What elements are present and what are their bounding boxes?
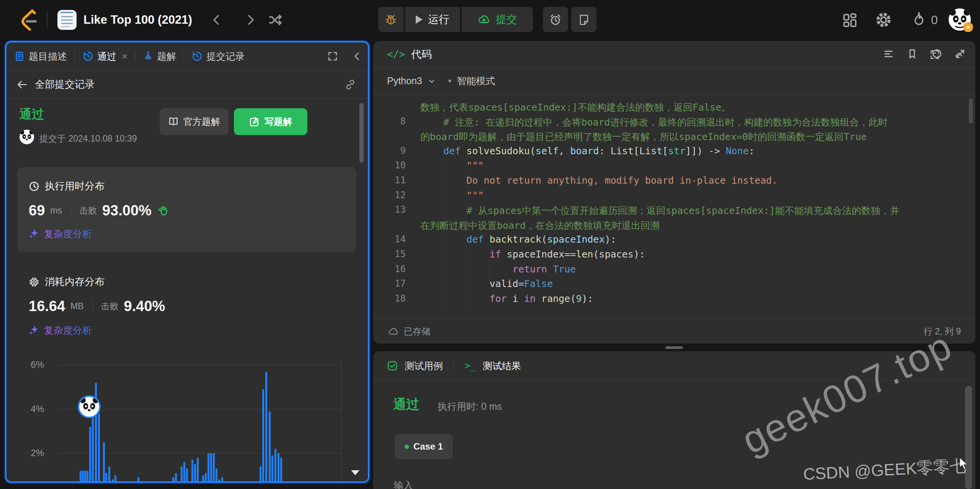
expand-panel-icon[interactable] bbox=[327, 51, 338, 62]
maximize-editor-icon[interactable] bbox=[955, 49, 965, 59]
reset-code-icon[interactable] bbox=[931, 49, 941, 59]
histogram-bar bbox=[216, 468, 217, 481]
tab-label: 通过 bbox=[97, 50, 116, 63]
code-line[interactable]: 数独，代表spaces[spaceIndex:]不能构建合法的数独，返回Fals… bbox=[373, 101, 970, 116]
code-line[interactable]: 14 def backtrack(spaceIndex): bbox=[373, 234, 970, 249]
memory-complexity-link[interactable]: 复杂度分析 bbox=[29, 324, 92, 337]
prev-problem-icon[interactable] bbox=[210, 13, 224, 27]
official-solution-button[interactable]: 官方题解 bbox=[160, 108, 229, 135]
tab-testresult[interactable]: 测试结果 bbox=[483, 360, 521, 372]
code-panel: </> 代码 Python3 • 智能模式 数独，代表spaces[spaceI… bbox=[373, 41, 975, 344]
code-line[interactable]: 10 """ bbox=[373, 160, 970, 175]
terminal-icon: >_ bbox=[465, 360, 476, 371]
histogram-bar bbox=[175, 473, 177, 481]
avatar-badge: ★ bbox=[963, 22, 973, 32]
code-line[interactable]: 15 if spaceIndex==len(spaces): bbox=[373, 249, 970, 264]
layout-grid-icon[interactable] bbox=[842, 12, 858, 28]
tab-testcase[interactable]: 测试用例 bbox=[405, 360, 443, 372]
code-line[interactable]: 12 """ bbox=[373, 190, 970, 205]
next-problem-icon[interactable] bbox=[243, 13, 257, 27]
left-tabbar: 题目描述 通过 × 题解 提交记录 bbox=[7, 42, 368, 70]
histogram-bar bbox=[271, 455, 273, 481]
submit-button[interactable]: 提交 bbox=[462, 7, 533, 32]
histogram-bar bbox=[274, 449, 276, 482]
submission-content: 通过 提交于 2024.10.08 10:39 官方题解 写题解 执行用时分布 … bbox=[7, 98, 368, 481]
problem-list-title[interactable]: Like Top 100 (2021) bbox=[83, 13, 192, 27]
code-panel-title: 代码 bbox=[411, 47, 432, 61]
history-icon bbox=[192, 51, 203, 62]
code-editor[interactable]: 数独，代表spaces[spaceIndex:]不能构建合法的数独，返回Fals… bbox=[373, 101, 970, 308]
histogram-bar bbox=[205, 473, 207, 481]
result-runtime: 执行用时: 0 ms bbox=[438, 400, 502, 413]
streak-flame-icon[interactable] bbox=[910, 11, 926, 28]
collapse-panel-icon[interactable] bbox=[352, 51, 363, 62]
write-solution-button[interactable]: 写题解 bbox=[234, 108, 307, 135]
submission-status: 通过 bbox=[20, 106, 44, 123]
code-line[interactable]: 13 # 从spaces中第一个位置开始遍历回溯；返回spaces[spaceI… bbox=[373, 204, 970, 219]
test-scrollbar-thumb[interactable] bbox=[965, 386, 972, 489]
close-tab-icon[interactable]: × bbox=[122, 51, 127, 62]
chevron-down-icon[interactable] bbox=[428, 77, 436, 85]
shuffle-icon[interactable] bbox=[268, 12, 283, 28]
user-position-marker bbox=[78, 395, 101, 418]
avatar[interactable]: ★ bbox=[949, 8, 971, 31]
code-icon: </> bbox=[387, 49, 405, 60]
tab-solutions[interactable]: 题解 bbox=[143, 50, 176, 63]
runtime-beats: 93.00% bbox=[102, 202, 152, 219]
tab-label: 题目描述 bbox=[29, 50, 67, 63]
submit-label: 提交 bbox=[496, 12, 517, 27]
play-icon bbox=[416, 15, 423, 24]
bookmark-icon[interactable] bbox=[907, 49, 918, 59]
left-scrollbar-thumb[interactable] bbox=[359, 103, 364, 163]
note-button[interactable] bbox=[571, 7, 596, 32]
code-line[interactable]: 8 # 注意: 在递归的过程中，会将board进行修改，最终的回溯退出时，构建的… bbox=[373, 116, 970, 131]
ytick-4: 4% bbox=[18, 404, 44, 414]
code-line[interactable]: 18 for i in range(9): bbox=[373, 293, 970, 308]
run-label: 运行 bbox=[428, 12, 449, 27]
result-status: 通过 bbox=[393, 396, 419, 413]
mouse-cursor bbox=[959, 458, 970, 472]
tab-submissions[interactable]: 提交记录 bbox=[192, 50, 245, 63]
panel-resize-handle[interactable] bbox=[665, 346, 683, 349]
code-scrollbar-thumb[interactable] bbox=[969, 98, 973, 124]
code-line[interactable]: 的board即为题解，由于题目已经声明了数独一定有解，所以spaceIndex=… bbox=[373, 130, 970, 145]
sparkle-icon bbox=[29, 228, 39, 240]
code-line[interactable]: 17 valid=False bbox=[373, 278, 970, 293]
language-selector[interactable]: Python3 bbox=[387, 75, 422, 86]
subheader-title: 全部提交记录 bbox=[35, 78, 95, 91]
histogram-bar bbox=[98, 414, 100, 482]
runtime-value: 69 bbox=[29, 202, 45, 219]
code-line[interactable]: 16 return True bbox=[373, 264, 970, 279]
memory-title: 消耗内存分布 bbox=[45, 275, 105, 289]
debug-button[interactable] bbox=[378, 7, 403, 32]
test-tabbar: 测试用例 >_ 测试结果 bbox=[373, 351, 975, 381]
run-button[interactable]: 运行 bbox=[405, 7, 460, 32]
case-1-button[interactable]: Case 1 bbox=[395, 434, 453, 459]
problem-list-icon[interactable] bbox=[57, 10, 77, 30]
topbar: Like Top 100 (2021) 运行 提交 0 ★ bbox=[0, 0, 980, 40]
streak-count: 0 bbox=[931, 13, 938, 27]
histogram-bar bbox=[137, 477, 139, 481]
link-icon[interactable] bbox=[345, 79, 356, 90]
submitter-avatar bbox=[20, 130, 34, 144]
back-arrow-icon[interactable] bbox=[16, 79, 28, 90]
runtime-card[interactable]: 执行用时分布 69 ms 击败 93.00% 复杂度分析 bbox=[17, 167, 356, 252]
scroll-down-icon[interactable] bbox=[351, 470, 359, 475]
format-code-icon[interactable] bbox=[883, 49, 894, 59]
histogram-bar bbox=[172, 477, 174, 481]
leetcode-logo-icon[interactable] bbox=[18, 9, 38, 32]
cursor-position: 行 2, 列 9 bbox=[924, 326, 961, 337]
ytick-2: 2% bbox=[18, 448, 44, 458]
smart-mode-label[interactable]: 智能模式 bbox=[457, 75, 495, 87]
tab-accepted[interactable]: 通过 × bbox=[83, 50, 127, 63]
code-line[interactable]: 11 Do not return anything, modify board … bbox=[373, 175, 970, 190]
code-line[interactable]: 9 def solveSudoku(self, board: List[List… bbox=[373, 145, 970, 160]
runtime-complexity-link[interactable]: 复杂度分析 bbox=[29, 228, 92, 240]
histogram-bar bbox=[87, 471, 88, 481]
runtime-unit: ms bbox=[50, 205, 62, 216]
settings-gear-icon[interactable] bbox=[875, 11, 892, 28]
histogram-bar bbox=[280, 458, 282, 482]
timer-button[interactable] bbox=[543, 7, 568, 32]
code-line[interactable]: 在判断过程中设置board，在合法的数独填充时退出回溯 bbox=[373, 219, 970, 234]
tab-problem-description[interactable]: 题目描述 bbox=[14, 50, 67, 63]
